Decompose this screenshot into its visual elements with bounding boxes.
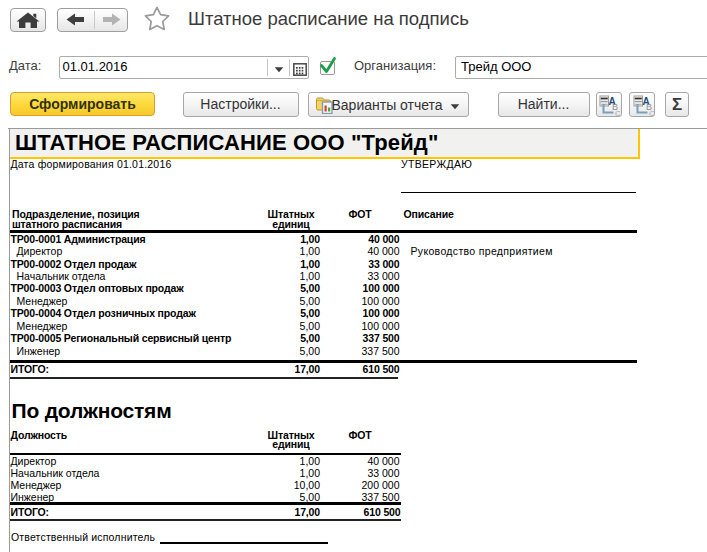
- svg-text:C: C: [615, 109, 620, 116]
- svg-text:C: C: [649, 109, 654, 116]
